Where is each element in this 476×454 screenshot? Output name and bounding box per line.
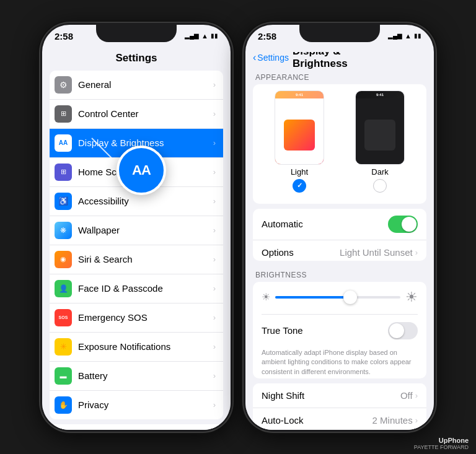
- privacy-icon: ✋: [55, 396, 72, 414]
- emergency-sos-icon: SOS: [55, 309, 72, 326]
- appearance-section: 9:41 Light ✓: [253, 84, 426, 204]
- display-icon: AA: [55, 134, 72, 152]
- exposure-label: Exposure Notifications: [78, 341, 213, 352]
- wallpaper-label: Wallpaper: [78, 225, 213, 235]
- auto-lock-chevron: ›: [415, 416, 418, 425]
- auto-lock-row[interactable]: Auto-Lock 2 Minutes ›: [253, 408, 426, 429]
- watermark-line1: UpPhone: [414, 437, 469, 444]
- true-tone-toggle[interactable]: [388, 322, 418, 339]
- accessibility-label: Accessibility: [78, 196, 213, 206]
- back-label: Settings: [257, 53, 289, 63]
- settings-item-app-store[interactable]: A App Store ›: [50, 424, 223, 430]
- appearance-header: APPEARANCE: [245, 68, 434, 84]
- settings-title: Settings: [42, 52, 231, 71]
- aa-overlay: AA: [117, 146, 166, 195]
- appearance-option-light[interactable]: 9:41 Light ✓: [275, 90, 324, 193]
- display-nav-title: Display & Brightness: [293, 52, 387, 70]
- battery-icon-right: ▮▮: [414, 32, 421, 39]
- brightness-slider[interactable]: [275, 296, 400, 299]
- accessibility-icon: ♿: [55, 193, 72, 210]
- settings-item-face-id[interactable]: 👤 Face ID & Passcode ›: [50, 274, 223, 303]
- settings-item-emergency-sos[interactable]: SOS Emergency SOS ›: [50, 303, 223, 333]
- control-center-chevron: ›: [213, 109, 216, 118]
- battery-label: Battery: [78, 370, 213, 381]
- true-tone-thumb: [389, 323, 404, 338]
- status-time-right: 2:58: [258, 30, 276, 41]
- auto-lock-label: Auto-Lock: [262, 415, 372, 426]
- automatic-row[interactable]: Automatic: [253, 209, 426, 240]
- emergency-sos-label: Emergency SOS: [78, 312, 213, 323]
- exposure-chevron: ›: [213, 342, 216, 351]
- light-statusbar: 9:41: [275, 91, 324, 98]
- night-shift-chevron: ›: [415, 391, 418, 400]
- emergency-sos-chevron: ›: [213, 313, 216, 322]
- bottom-section: Night Shift Off › Auto-Lock 2 Minutes ›: [253, 383, 426, 429]
- true-tone-description: Automatically adapt iPhone display based…: [262, 348, 418, 377]
- watermark-line2: PAYETTE FORWARD: [414, 444, 469, 450]
- settings-section-1: ⚙ General › ⊞ Control Center ›: [50, 71, 223, 419]
- back-button[interactable]: ‹ Settings: [253, 52, 289, 63]
- aa-text: AA: [132, 162, 151, 178]
- control-center-icon: ⊞: [55, 105, 72, 123]
- general-chevron: ›: [213, 80, 216, 89]
- display-chevron: ›: [213, 138, 216, 147]
- display-screen: ‹ Settings Display & Brightness APPEARAN…: [245, 52, 434, 430]
- dark-preview: 9:41: [355, 90, 405, 165]
- face-id-icon: 👤: [55, 280, 72, 297]
- status-icons-left: ▂▄▆ ▲ ▮▮: [185, 30, 218, 40]
- light-time: 9:41: [296, 93, 303, 97]
- settings-section-2: A App Store › ▤ Wallet & Apple Pay ›: [50, 424, 223, 430]
- accessibility-chevron: ›: [213, 196, 216, 206]
- dark-time: 9:41: [376, 93, 384, 97]
- settings-item-exposure[interactable]: ✳ Exposure Notifications ›: [50, 333, 223, 362]
- face-id-chevron: ›: [213, 284, 216, 293]
- notch-left: [96, 25, 177, 42]
- true-tone-label: True Tone: [262, 325, 388, 336]
- automatic-label: Automatic: [262, 219, 388, 229]
- notch-right: [299, 25, 380, 42]
- slider-fill: [275, 296, 350, 299]
- status-time-left: 2:58: [55, 30, 73, 41]
- control-center-label: Control Center: [78, 108, 213, 119]
- settings-item-general[interactable]: ⚙ General ›: [50, 71, 223, 100]
- night-shift-value: Off: [400, 390, 413, 401]
- toggle-thumb: [402, 217, 416, 232]
- options-label: Options: [262, 247, 340, 258]
- settings-list-left: ⚙ General › ⊞ Control Center ›: [42, 71, 231, 430]
- dark-label: Dark: [371, 167, 388, 177]
- options-value: Light Until Sunset: [340, 247, 413, 258]
- settings-item-siri[interactable]: ◉ Siri & Search ›: [50, 245, 223, 274]
- wifi-icon-right: ▲: [405, 32, 412, 40]
- options-row[interactable]: Options Light Until Sunset ›: [253, 240, 426, 261]
- automatic-options-section: Automatic Options Light Until Sunset ›: [253, 209, 426, 261]
- wifi-icon: ▲: [201, 32, 208, 40]
- light-selected-indicator: ✓: [293, 179, 306, 193]
- brightness-slider-row: ☀ ☀: [262, 289, 418, 305]
- home-screen-icon: ⊞: [55, 164, 72, 181]
- home-screen-chevron: ›: [213, 167, 216, 177]
- appearance-option-dark[interactable]: 9:41 Dark: [355, 90, 405, 193]
- automatic-toggle[interactable]: [388, 216, 418, 233]
- face-id-label: Face ID & Passcode: [78, 283, 213, 294]
- slider-thumb: [343, 290, 357, 304]
- general-icon: ⚙: [55, 76, 72, 94]
- wallpaper-icon: ❋: [55, 222, 72, 239]
- settings-item-battery[interactable]: ▬ Battery ›: [50, 362, 223, 391]
- scene: 2:58 ▂▄▆ ▲ ▮▮ Settings ⚙ General: [34, 17, 442, 438]
- privacy-label: Privacy: [78, 399, 213, 410]
- brightness-header: BRIGHTNESS: [245, 266, 434, 282]
- signal-icon-right: ▂▄▆: [388, 32, 402, 39]
- brightness-card: ☀ ☀ True Tone: [253, 282, 426, 378]
- settings-item-wallpaper[interactable]: ❋ Wallpaper ›: [50, 216, 223, 245]
- settings-item-control-center[interactable]: ⊞ Control Center ›: [50, 100, 223, 129]
- battery-chevron: ›: [213, 371, 216, 380]
- options-chevron: ›: [415, 248, 418, 257]
- settings-item-privacy[interactable]: ✋ Privacy ›: [50, 391, 223, 419]
- back-chevron-icon: ‹: [253, 52, 256, 63]
- siri-chevron: ›: [213, 255, 216, 264]
- status-icons-right: ▂▄▆ ▲ ▮▮: [388, 30, 421, 40]
- dark-statusbar: 9:41: [356, 91, 404, 98]
- left-phone: 2:58 ▂▄▆ ▲ ▮▮ Settings ⚙ General: [40, 23, 232, 432]
- light-preview: 9:41: [275, 90, 324, 165]
- night-shift-row[interactable]: Night Shift Off ›: [253, 383, 426, 408]
